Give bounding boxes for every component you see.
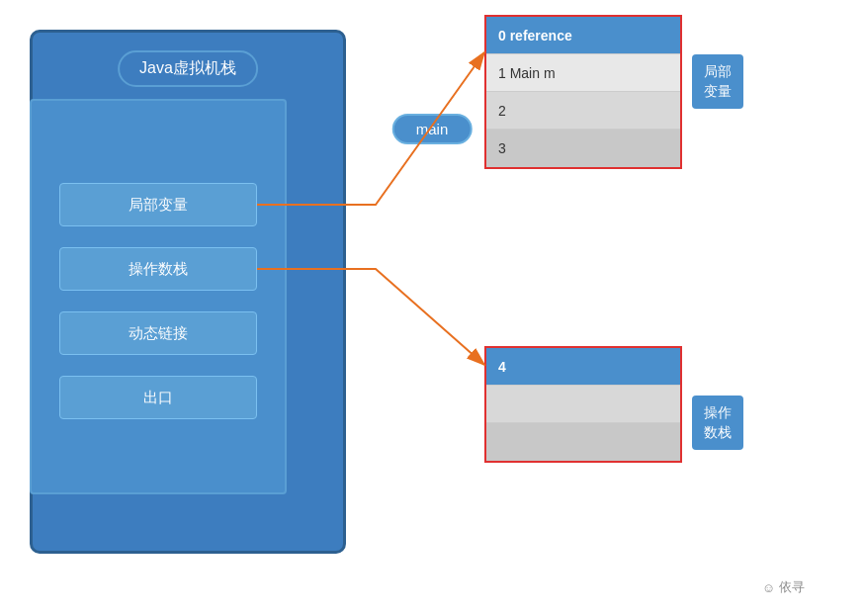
- jvm-title: Java虚拟机栈: [118, 50, 258, 87]
- label-operand-stack: 操作数栈: [692, 396, 743, 450]
- operand-stack-row-3: [486, 423, 680, 461]
- watermark: ☺ 依寻: [762, 578, 805, 596]
- local-vars-row-2: 2: [486, 92, 680, 130]
- frame-item-local: 局部变量: [59, 183, 257, 226]
- stack-frame-inner: [30, 99, 287, 494]
- frame-item-dynamic: 动态链接: [59, 311, 257, 355]
- local-vars-table: 0 reference 1 Main m 2 3: [484, 15, 682, 169]
- frame-item-exit: 出口: [59, 376, 257, 419]
- local-vars-header: 0 reference: [486, 17, 680, 54]
- frame-item-operand: 操作数栈: [59, 247, 257, 291]
- local-vars-row-3: 3: [486, 130, 680, 167]
- label-local-vars: 局部变量: [692, 54, 743, 109]
- operand-stack-table: 4: [484, 346, 682, 463]
- operand-stack-header: 4: [486, 348, 680, 386]
- frame-title: main: [392, 114, 473, 144]
- local-vars-row-1: 1 Main m: [486, 54, 680, 92]
- operand-stack-row-2: [486, 386, 680, 423]
- main-container: Java虚拟机栈 main 局部变量 操作数栈 动态链接 出口 0 refere…: [0, 0, 864, 616]
